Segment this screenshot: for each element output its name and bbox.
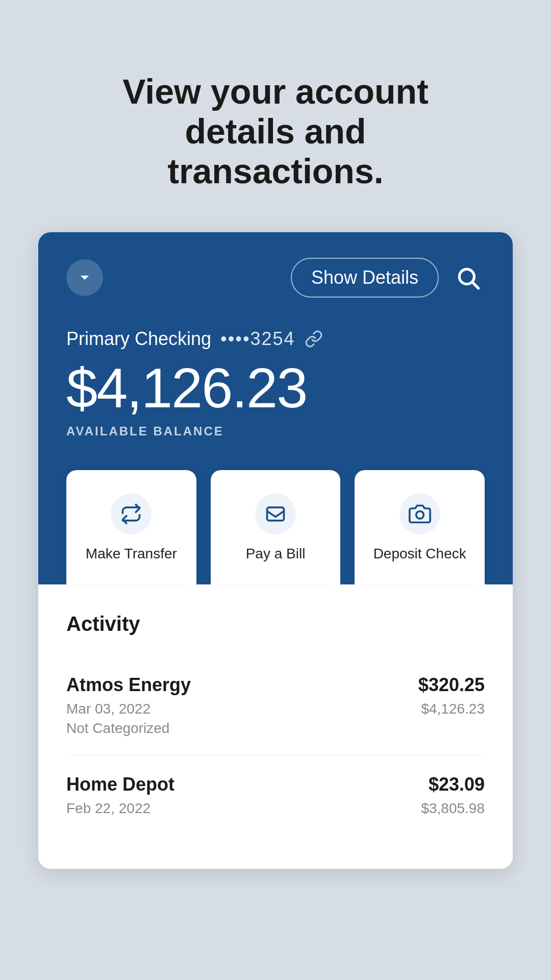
transaction-right: $320.25 $4,126.23 bbox=[418, 674, 485, 717]
link-icon bbox=[305, 330, 323, 348]
hero-title: View your account details and transactio… bbox=[84, 71, 467, 191]
pay-bill-label: Pay a Bill bbox=[246, 546, 306, 562]
transaction-left: Home Depot Feb 22, 2022 bbox=[66, 774, 174, 820]
bill-icon-circle bbox=[255, 494, 296, 534]
chevron-down-icon bbox=[77, 270, 93, 286]
account-card: Show Details Primary Checking ••••3254 bbox=[38, 232, 513, 869]
transaction-right: $23.09 $3,805.98 bbox=[421, 774, 485, 817]
camera-icon bbox=[409, 503, 431, 525]
link-icon-wrapper bbox=[305, 330, 323, 348]
toolbar-right: Show Details bbox=[291, 258, 485, 298]
card-header: Show Details Primary Checking ••••3254 bbox=[38, 232, 513, 584]
transfer-icon-circle bbox=[111, 494, 152, 534]
svg-point-3 bbox=[416, 511, 423, 519]
transaction-item[interactable]: Home Depot Feb 22, 2022 $23.09 $3,805.98 bbox=[66, 755, 485, 838]
transaction-date: Feb 22, 2022 bbox=[66, 800, 174, 817]
account-number-prefix: •••• bbox=[220, 328, 250, 349]
transaction-balance: $3,805.98 bbox=[421, 800, 485, 817]
make-transfer-label: Make Transfer bbox=[86, 546, 177, 562]
account-name: Primary Checking bbox=[66, 328, 211, 350]
search-icon bbox=[455, 265, 481, 290]
transfer-icon bbox=[120, 503, 142, 525]
account-info: Primary Checking ••••3254 $4,126.23 AVAI… bbox=[66, 328, 485, 438]
svg-line-1 bbox=[472, 282, 478, 288]
bill-icon bbox=[264, 503, 287, 525]
camera-icon-circle bbox=[399, 494, 440, 534]
make-transfer-button[interactable]: Make Transfer bbox=[66, 470, 196, 585]
pay-bill-button[interactable]: Pay a Bill bbox=[211, 470, 341, 585]
balance-amount: $4,126.23 bbox=[66, 360, 485, 416]
transaction-merchant: Home Depot bbox=[66, 774, 174, 795]
dropdown-button[interactable] bbox=[66, 259, 103, 296]
page-wrapper: View your account details and transactio… bbox=[0, 0, 551, 980]
transaction-balance: $4,126.23 bbox=[418, 701, 485, 717]
transaction-item[interactable]: Atmos Energy Mar 03, 2022 Not Categorize… bbox=[66, 656, 485, 755]
transaction-left: Atmos Energy Mar 03, 2022 Not Categorize… bbox=[66, 674, 191, 737]
transaction-category: Not Categorized bbox=[66, 720, 191, 737]
search-button[interactable] bbox=[451, 261, 485, 295]
transaction-amount: $320.25 bbox=[418, 674, 485, 696]
transaction-amount: $23.09 bbox=[421, 774, 485, 795]
show-details-button[interactable]: Show Details bbox=[291, 258, 439, 298]
balance-label: AVAILABLE BALANCE bbox=[66, 424, 485, 438]
deposit-check-label: Deposit Check bbox=[373, 546, 466, 562]
transaction-merchant: Atmos Energy bbox=[66, 674, 191, 696]
action-buttons-row: Make Transfer Pay a Bill bbox=[66, 470, 485, 585]
account-number-suffix: 3254 bbox=[251, 328, 295, 349]
activity-title: Activity bbox=[66, 612, 485, 635]
card-toolbar: Show Details bbox=[66, 258, 485, 298]
deposit-check-button[interactable]: Deposit Check bbox=[355, 470, 485, 585]
account-name-row: Primary Checking ••••3254 bbox=[66, 328, 485, 350]
card-body: Activity Atmos Energy Mar 03, 2022 Not C… bbox=[38, 584, 513, 869]
account-number: ••••3254 bbox=[220, 328, 295, 350]
transaction-date: Mar 03, 2022 bbox=[66, 701, 191, 717]
